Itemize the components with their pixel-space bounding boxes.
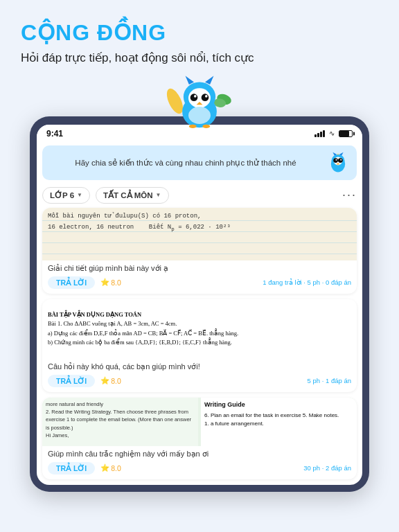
reply-button-3[interactable]: TRẢ LỜI xyxy=(48,462,95,475)
subject-filter[interactable]: TẤT CẢ MÔN ▼ xyxy=(96,187,169,204)
status-time: 9:41 xyxy=(46,129,63,139)
svg-point-26 xyxy=(340,159,342,161)
post-card-2: BÀI TẬP VẬN DỤNG DẠNG TOÁN Bài 1. Cho ΔA… xyxy=(42,299,357,392)
subject-label: TẤT CẢ MÔN xyxy=(103,190,153,200)
svg-point-10 xyxy=(194,95,197,98)
rating-value-1: 8.0 xyxy=(111,278,121,287)
grade-filter[interactable]: LỚP 6 ▼ xyxy=(42,187,90,204)
svg-point-24 xyxy=(335,159,337,161)
post-description-1: Giải chi tiết giúp mình bài này với ạ xyxy=(48,264,351,273)
post-card-1: Mỗi bài nguyên tử đulupu(S) có 16 proton… xyxy=(42,208,357,294)
banner-text: Hãy chia sẻ kiến thức và cùng nhau chinh… xyxy=(49,158,322,168)
header-section: CỘNG ĐỒNG Hỏi đáp trực tiếp, hoạt động s… xyxy=(0,0,399,66)
star-icon-3: ⭐ xyxy=(100,463,109,472)
svg-marker-6 xyxy=(205,76,213,84)
post-meta-2: 5 ph · 1 đáp án xyxy=(308,377,351,384)
star-icon: ⭐ xyxy=(100,278,109,287)
star-icon-2: ⭐ xyxy=(100,376,109,385)
svg-point-17 xyxy=(202,125,210,128)
star-rating-3: ⭐ 8.0 xyxy=(100,463,121,472)
filter-bar: LỚP 6 ▼ TẤT CẢ MÔN ▼ ··· xyxy=(37,184,362,208)
banner-owl-icon xyxy=(326,151,350,175)
post-bottom-2: Câu hỏi này khó quá, các bạn giúp mình v… xyxy=(42,359,357,392)
svg-point-9 xyxy=(190,94,198,101)
rating-value-3: 8.0 xyxy=(111,464,121,472)
post-image-1: Mỗi bài nguyên tử đulupu(S) có 16 proton… xyxy=(42,208,357,260)
post-card-3: more natural and friendly 2. Read the Wr… xyxy=(42,398,357,479)
post-english-left: more natural and friendly 2. Read the Wr… xyxy=(42,398,198,446)
grade-label: LỚP 6 xyxy=(50,190,74,200)
subject-chevron-icon: ▼ xyxy=(156,192,161,198)
post-bottom-1: Giải chi tiết giúp mình bài này với ạ TR… xyxy=(42,260,357,294)
post-meta-3: 30 ph · 2 đáp án xyxy=(303,464,351,472)
svg-marker-5 xyxy=(186,76,194,84)
rating-value-2: 8.0 xyxy=(111,377,121,385)
post-actions-3: TRẢ LỜI ⭐ 8.0 30 ph · 2 đáp án xyxy=(48,462,351,475)
svg-point-12 xyxy=(202,94,209,101)
post-handwriting: Mỗi bài nguyên tử đulupu(S) có 16 proton… xyxy=(42,208,357,237)
post-actions-2: TRẢ LỜI ⭐ 8.0 5 ph · 1 đáp án xyxy=(48,375,351,387)
tablet-frame: 9:41 ∿ Hãy chia sẻ kiến thức và cùng nha… xyxy=(30,116,369,492)
more-options-button[interactable]: ··· xyxy=(342,188,357,202)
status-icons: ∿ xyxy=(314,130,353,137)
svg-point-15 xyxy=(188,107,211,124)
wifi-icon: ∿ xyxy=(329,130,335,137)
star-rating-1: ⭐ 8.0 xyxy=(100,278,121,287)
post-bottom-3: Giúp mình câu trắc nghiệm này với mấy bạ… xyxy=(42,446,357,479)
svg-point-13 xyxy=(205,95,208,98)
star-rating-2: ⭐ 8.0 xyxy=(100,376,121,385)
battery-icon xyxy=(339,130,353,137)
post-meta-1: 1 đang trả lời · 5 ph · 0 đáp án xyxy=(263,278,351,286)
tablet-screen: 9:41 ∿ Hãy chia sẻ kiến thức và cùng nha… xyxy=(37,125,362,485)
community-banner: Hãy chia sẻ kiến thức và cùng nhau chinh… xyxy=(42,145,357,180)
post-english-right: Writing Guide 6. Plan an email for the t… xyxy=(201,398,357,446)
writing-guide-title: Writing Guide xyxy=(204,400,353,410)
post-description-3: Giúp mình câu trắc nghiệm này với mấy bạ… xyxy=(48,450,351,459)
signal-icon xyxy=(314,130,325,137)
svg-point-25 xyxy=(338,158,343,163)
svg-point-16 xyxy=(189,125,197,128)
svg-point-23 xyxy=(333,158,338,163)
post-actions-1: TRẢ LỜI ⭐ 8.0 1 đang trả lời · 5 ph · 0 … xyxy=(48,276,351,289)
post-description-2: Câu hỏi này khó quá, các bạn giúp mình v… xyxy=(48,362,351,371)
post-image-3: more natural and friendly 2. Read the Wr… xyxy=(42,398,357,446)
grade-chevron-icon: ▼ xyxy=(77,192,82,198)
reply-button-2[interactable]: TRẢ LỜI xyxy=(48,375,95,387)
page-title: CỘNG ĐỒNG xyxy=(21,19,378,46)
page-background: CỘNG ĐỒNG Hỏi đáp trực tiếp, hoạt động s… xyxy=(0,0,399,532)
page-subtitle: Hỏi đáp trực tiếp, hoạt động sôi nổi, tí… xyxy=(21,50,378,66)
post-image-2: BÀI TẬP VẬN DỤNG DẠNG TOÁN Bài 1. Cho ΔA… xyxy=(42,299,357,359)
owl-mascot xyxy=(161,73,238,129)
reply-button-1[interactable]: TRẢ LỜI xyxy=(48,276,95,289)
